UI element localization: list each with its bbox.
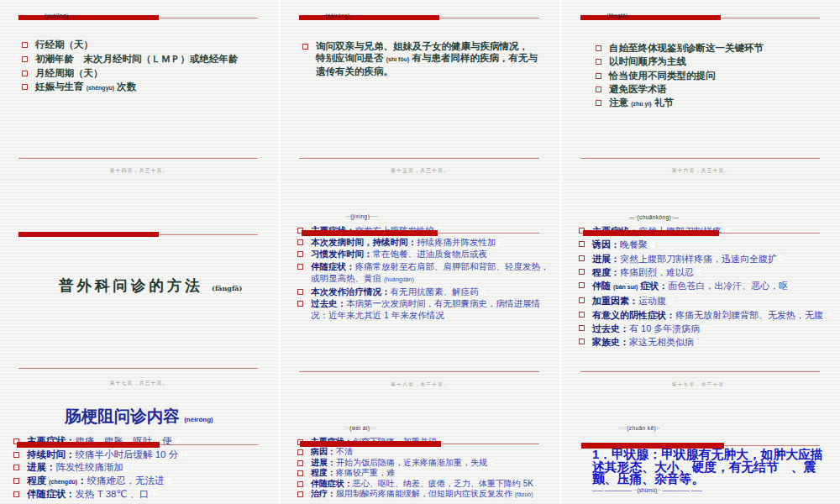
bullet-label: 进展： bbox=[27, 462, 56, 472]
ghost-char: 钟 bbox=[178, 449, 188, 459]
bullet-item: 进展：阵发性绞痛渐加剧 bbox=[13, 461, 273, 475]
slide-grid: ···(yuèjīng)··· 行经期（天） 初潮年龄 末次月经时间（ＬＭＰ）或… bbox=[0, 0, 840, 504]
slide-thumbnail-cholecystitis[interactable]: ··(jíxìng)···· 主要症状：突发右上腹阵发性绞痛 本次发病时间，持续… bbox=[281, 176, 559, 386]
bullet-item: 持续时间：绞痛半小时后缓解 10 分钟 bbox=[13, 449, 273, 462]
ghost-char: 剧 bbox=[496, 237, 506, 247]
bullet-label: 进展： bbox=[311, 458, 336, 467]
slide-tag: ··(jíxìng)···· bbox=[346, 213, 378, 219]
bullet-text: 询问双亲与兄弟、姐妹及子女的健康与疾病情况，特别应询问是否 (shì fǒu) … bbox=[316, 40, 538, 78]
bullet-body: 有无用抗菌素、解痉药 bbox=[391, 286, 479, 297]
ghost-char: 受 bbox=[694, 267, 703, 277]
bullet-item: 伴随症状：疼痛常放射至右肩部、肩胛部和背部、轻度发热，或明显高热、黄疸 (huá… bbox=[297, 260, 554, 286]
ghost-char: 食 bbox=[165, 475, 175, 486]
bullet-body: 发热 T 38℃ 、口 bbox=[76, 489, 150, 499]
bullet-body: 面色苍白，出冷汗、恶心，呕 bbox=[668, 281, 788, 291]
bullet-label: 程度 (chéngdù)： bbox=[27, 475, 87, 486]
bullet-body: 持续疼痛并阵发性加 bbox=[417, 237, 496, 247]
bullet-item: 伴随症状：发热 T 38℃ 、口干 bbox=[13, 488, 273, 501]
bullet-body: 疼痛剧烈，难以忍 bbox=[620, 267, 694, 277]
footer-rule-line bbox=[299, 158, 539, 159]
footer-rule-line bbox=[299, 371, 539, 372]
bullet-marker-icon bbox=[297, 460, 303, 466]
bullet-text: 进展：开始为饭后隐痛，近来疼痛渐加重，失规律 bbox=[311, 458, 496, 468]
bullet-marker-icon bbox=[22, 84, 28, 90]
bullet-marker-icon bbox=[579, 255, 585, 261]
slide-thumbnail-method-points[interactable]: ··(fāngfǎ)·· 自始至终体现鉴别诊断这一关键环节 以时间顺序为主线 恰… bbox=[562, 0, 840, 176]
slide-thumbnail-menstrual-history[interactable]: ···(yuèjīng)··· 行经期（天） 初潮年龄 末次月经时间（ＬＭＰ）或… bbox=[0, 0, 278, 176]
bullet-text: 伴随症状：恶心、呕吐、纳差、疲倦，乏力、体重下降约 5Kg bbox=[311, 479, 538, 489]
bullet-label: 诱因： bbox=[592, 239, 620, 249]
slide-footer: 第十九页，共三十页。 bbox=[562, 381, 840, 386]
bullet-body: 运动腹 bbox=[638, 296, 666, 306]
bullet-text: 家族史：家这无相类似病症 bbox=[592, 335, 703, 349]
bullet-marker-icon bbox=[596, 59, 601, 65]
bullet-text: 习惯发作时间：常在饱餐、进油质食物后或夜间 bbox=[311, 248, 496, 260]
bullet-label: 习惯发作时间： bbox=[311, 249, 373, 259]
bullet-item: 行经期（天） bbox=[22, 39, 271, 52]
slide-thumbnail-intestinal-obstruction[interactable]: 肠梗阻问诊内容 (nèiróng) 主要症状：腹痛，腹胀，呕吐，便秘 持续时间：… bbox=[0, 386, 278, 504]
ghost-char: 史 bbox=[700, 323, 709, 333]
ghost-char: 吐 bbox=[788, 281, 797, 291]
bullet-label: 家族史： bbox=[592, 337, 629, 347]
bullet-marker-icon bbox=[22, 71, 28, 76]
bullet-text: 行经期（天） bbox=[35, 39, 93, 52]
bullet-label: 过去史： bbox=[592, 323, 629, 333]
slide-thumbnail-family-history[interactable]: ··(nèiróng)·· 询问双亲与兄弟、姐妹及子女的健康与疾病情况，特别应询… bbox=[281, 0, 559, 176]
bullet-text: 进展：阵发性绞痛渐加剧 bbox=[27, 461, 134, 475]
slide-thumbnail-gastric-cancer[interactable]: ··(wèi ái)··· 主要症状：剑突下隐痛，加重并消瘦 病因：不清 进展：… bbox=[281, 386, 559, 504]
bullet-item: 进展：突然上腹部刀割样疼痛，迅速向全腹扩散 bbox=[579, 252, 836, 265]
ghost-char: 间 bbox=[487, 249, 496, 259]
bullet-label: 进展： bbox=[592, 254, 620, 264]
bullet-label: 程度： bbox=[592, 267, 620, 277]
slide-title: 肠梗阻问诊内容 (nèiróng) bbox=[46, 405, 232, 428]
bullet-marker-icon bbox=[297, 481, 303, 487]
bullet-label: 伴随 (bàn suí) 症状： bbox=[592, 281, 668, 291]
title-bar-accent bbox=[17, 442, 160, 448]
footer-rule-line bbox=[18, 158, 258, 159]
bullet-body: 疼痛无放射到腰背部、无发热，无腹 bbox=[675, 310, 823, 320]
bullet-text: 注意 (zhù yì) 礼节 bbox=[609, 97, 674, 110]
bullet-marker-icon bbox=[22, 42, 28, 48]
ghost-char: 忍 bbox=[395, 468, 403, 477]
slide-thumbnail-section-title[interactable]: 普外科问诊的方法 (fāngfǎ) 第十七页，共三十页。 bbox=[0, 176, 278, 386]
bullet-item: 程度 (chéngdù)：绞痛难忍，无法进食 bbox=[13, 475, 273, 489]
slide-footer: 第十五页，共三十页。 bbox=[281, 167, 559, 175]
slide-thumbnail-thyroid-exam[interactable]: ····(zhuān kē)·· 1．甲状腺：甲状腺有无肿大，如肿大应描述其形态… bbox=[562, 386, 840, 504]
bullet-marker-icon bbox=[596, 45, 601, 51]
ghost-char: 症 bbox=[694, 337, 703, 347]
slide-footer: 第十六页，共三十页。 bbox=[562, 167, 840, 175]
slide-thumbnail-ulcer-perforation[interactable]: —·(chuānkǒng)·— 主要症状：突然上腹部刀割样疼痛 诱因：晚餐聚餐 … bbox=[562, 176, 840, 386]
bullet-label: 伴随症状： bbox=[311, 261, 355, 271]
bullet-item: 家族史：家这无相类似病症 bbox=[579, 335, 836, 349]
ghost-char: 等 bbox=[479, 286, 488, 297]
bullet-list: 主要症状：突发右上腹阵发性绞痛 本次发病时间，持续时间：持续疼痛并阵发性加剧 习… bbox=[297, 224, 554, 322]
slide-title-text: 肠梗阻问诊内容 bbox=[65, 407, 180, 425]
bullet-body: 阵发性绞痛渐加 bbox=[56, 462, 124, 472]
bullet-text: 持续时间：绞痛半小时后缓解 10 分钟 bbox=[27, 449, 188, 462]
ghost-char: g bbox=[533, 479, 538, 488]
footer-rule-line bbox=[18, 368, 258, 369]
bullet-label: 病因： bbox=[311, 447, 336, 456]
bullet-label: 伴随症状： bbox=[311, 479, 353, 488]
section-title-pinyin: (fāngfǎ) bbox=[212, 284, 242, 292]
bullet-label: 本次发病时间，持续时间： bbox=[311, 237, 417, 247]
ghost-char: 律 bbox=[487, 458, 496, 467]
bullet-body: 绞痛难忍，无法进 bbox=[87, 475, 165, 486]
bullet-item: 询问双亲与兄弟、姐妹及子女的健康与疾病情况，特别应询问是否 (shì fǒu) … bbox=[302, 40, 538, 78]
bullet-text: 本次发作治疗情况：有无用抗菌素、解痉药等 bbox=[311, 286, 487, 297]
bullet-item: 伴随 (bàn suí) 症状：面色苍白，出冷汗、恶心，呕吐 bbox=[579, 279, 836, 294]
bullet-text: 程度 (chéngdù)：绞痛难忍，无法进食 bbox=[27, 475, 174, 489]
slide-tag: ··(fāngfǎ)·· bbox=[602, 13, 633, 18]
bullet-marker-icon bbox=[22, 56, 28, 62]
bullet-text: 伴随症状：发热 T 38℃ 、口干 bbox=[27, 488, 159, 501]
bullet-list: 主要症状：突然上腹部刀割样疼痛 诱因：晚餐聚餐 进展：突然上腹部刀割样疼痛，迅速… bbox=[579, 224, 836, 349]
bullet-text: 病因：不清 bbox=[311, 447, 353, 457]
bullet-item: 诱因：晚餐聚餐 bbox=[579, 238, 836, 251]
bullet-body: 突然上腹部刀割样疼痛，迅速向全腹扩 bbox=[620, 254, 777, 264]
bullet-marker-icon bbox=[596, 87, 601, 92]
bullet-marker-icon bbox=[13, 465, 19, 470]
section-title: 普外科问诊的方法 (fāngfǎ) bbox=[59, 276, 242, 296]
bullet-marker-icon bbox=[579, 339, 585, 344]
title-bar-accent bbox=[581, 443, 724, 449]
bullet-body: 疼痛较严重，难 bbox=[336, 468, 395, 477]
